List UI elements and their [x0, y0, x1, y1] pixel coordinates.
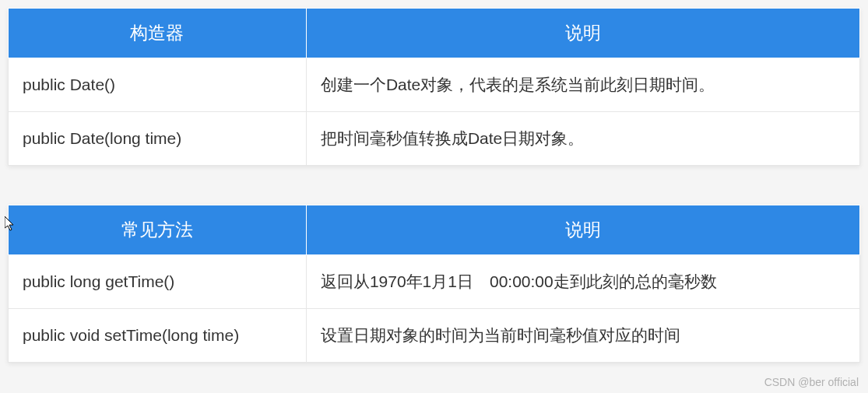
table-row: public Date(long time) 把时间毫秒值转换成Date日期对象… [9, 112, 860, 166]
header-description: 说明 [306, 205, 859, 255]
method-cell: public long getTime() [9, 255, 307, 309]
description-cell: 设置日期对象的时间为当前时间毫秒值对应的时间 [306, 309, 859, 363]
method-cell: public void setTime(long time) [9, 309, 307, 363]
header-method: 常见方法 [9, 205, 307, 255]
constructor-cell: public Date() [9, 58, 307, 112]
table-row: public void setTime(long time) 设置日期对象的时间… [9, 309, 860, 363]
table-row: public long getTime() 返回从1970年1月1日 00:00… [9, 255, 860, 309]
constructor-cell: public Date(long time) [9, 112, 307, 166]
methods-table: 常见方法 说明 public long getTime() 返回从1970年1月… [8, 205, 860, 363]
header-constructor: 构造器 [9, 9, 307, 58]
constructors-table: 构造器 说明 public Date() 创建一个Date对象，代表的是系统当前… [8, 8, 860, 166]
watermark: CSDN @ber official [764, 376, 859, 388]
description-cell: 返回从1970年1月1日 00:00:00走到此刻的总的毫秒数 [306, 255, 859, 309]
description-cell: 创建一个Date对象，代表的是系统当前此刻日期时间。 [306, 58, 859, 112]
table-row: public Date() 创建一个Date对象，代表的是系统当前此刻日期时间。 [9, 58, 860, 112]
description-cell: 把时间毫秒值转换成Date日期对象。 [306, 112, 859, 166]
header-description: 说明 [306, 9, 859, 58]
